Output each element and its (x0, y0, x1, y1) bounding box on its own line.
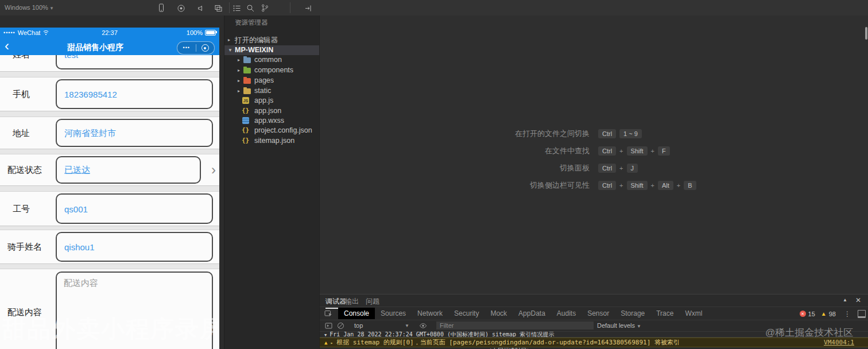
search-icon[interactable] (246, 3, 255, 13)
error-badge-icon[interactable]: ✕ (800, 311, 806, 317)
devtools-tab-storage[interactable]: Storage (615, 308, 650, 319)
key-badge: Alt (658, 181, 673, 190)
device-scale-menu[interactable]: Windows 100%▾ (5, 4, 53, 11)
multi-window-icon[interactable] (214, 3, 223, 13)
file-app-json[interactable]: {} app.json (224, 106, 319, 116)
dock-side-icon[interactable] (858, 310, 866, 318)
shortcut-row: 在文件中查找 Ctrl + Shift + F (320, 145, 868, 156)
tab-problems[interactable]: 问题 (366, 297, 379, 307)
key-badge: Ctrl (598, 146, 616, 156)
connect-device-icon[interactable] (304, 3, 313, 13)
folder-components[interactable]: ▸ components (224, 65, 319, 75)
log-levels-dropdown[interactable]: Default levels▼ (597, 322, 641, 329)
project-root-item[interactable]: ▼ MP-WEIXIN (224, 45, 319, 55)
file-app-wxss[interactable]: app.wxss (224, 116, 319, 126)
console-group-text: Fri Jan 28 2022 22:37:24 GMT+0800 (中国标准时… (330, 331, 554, 338)
devtools-tab-appdata[interactable]: AppData (513, 308, 551, 319)
battery-icon (205, 30, 216, 36)
devtools-tab-sources[interactable]: Sources (375, 308, 412, 319)
key-badge: Shift (627, 146, 648, 156)
address-input[interactable]: 河南省登封市 (56, 119, 213, 147)
warning-count[interactable]: 98 (829, 311, 836, 317)
eye-icon[interactable] (419, 322, 427, 329)
file-explorer: 资源管理器 ▸ 打开的编辑器 ▼ MP-WEIXIN ▸ common ▸ co… (224, 15, 320, 349)
worker-id-input[interactable]: qs001 (56, 193, 213, 224)
filter-input[interactable] (436, 321, 594, 329)
close-panel-icon[interactable]: ✕ (855, 296, 861, 304)
top-toolbar: Windows 100%▾ (0, 0, 868, 15)
record-icon[interactable] (176, 3, 185, 13)
form-row-address: 地址 河南省登封市 (0, 117, 219, 149)
inspect-element-icon[interactable] (324, 309, 332, 317)
devtools-tab-console[interactable]: Console (338, 308, 375, 319)
caret-down-icon[interactable]: ▼ (405, 323, 409, 328)
expand-caret-icon[interactable]: ▼ (324, 333, 327, 338)
name-input[interactable]: test (56, 55, 213, 69)
folder-icon (243, 88, 251, 94)
folder-common[interactable]: ▸ common (224, 55, 319, 65)
page-title: 甜品销售小程序 (34, 39, 156, 55)
expand-caret-icon[interactable]: ▸ (330, 340, 333, 346)
devtools-tab-audits[interactable]: Audits (551, 308, 582, 319)
key-badge: J (627, 164, 638, 173)
content-textarea[interactable]: 配送内容 (56, 272, 213, 349)
shortcut-label: 在打开的文件之间切换 (394, 129, 590, 139)
devtools-tab-sensor[interactable]: Sensor (582, 308, 615, 319)
devtools-tab-network[interactable]: Network (412, 308, 448, 319)
back-button[interactable]: ‹ (5, 38, 9, 54)
exit-target-button[interactable] (196, 44, 215, 52)
chevron-right-icon[interactable]: › (211, 162, 216, 178)
form-row-rider-name: 骑手姓名 qishou1 (0, 230, 219, 264)
warning-badge-icon[interactable]: ▲ (821, 311, 827, 317)
status-picker[interactable]: 已送达 (56, 156, 201, 184)
tab-debugger[interactable]: 调试器 (326, 297, 346, 307)
editor-scrollbar-thumb[interactable] (865, 27, 867, 40)
context-selector[interactable]: top (354, 322, 363, 329)
error-count[interactable]: 15 (808, 311, 815, 317)
devtools-tab-security[interactable]: Security (448, 308, 485, 319)
item-label: static (254, 87, 271, 95)
more-button[interactable]: ••• (177, 42, 196, 54)
file-project-config[interactable]: {} project.config.json (224, 126, 319, 135)
phone-mode-icon[interactable] (157, 3, 166, 13)
mute-speaker-icon[interactable] (196, 3, 205, 13)
tri-right-icon: ▸ (228, 37, 230, 42)
key-badge: 1 ~ 9 (619, 129, 642, 138)
battery-percent-label: 100% (187, 29, 203, 36)
field-label: 手机 (13, 89, 30, 100)
js-file-icon: JS (242, 97, 249, 104)
wechat-devtools-window: Windows 100%▾ (0, 0, 868, 349)
folder-icon (243, 68, 251, 73)
git-branch-icon[interactable] (260, 3, 269, 13)
debugger-tab-bar: 调试器 输出 问题 ▲ ✕ (320, 294, 868, 307)
folder-static[interactable]: ▸ static (224, 86, 319, 96)
file-app-js[interactable]: JS app.js (224, 96, 319, 106)
capsule-menu: ••• (177, 41, 215, 55)
devtools-tab-wxml[interactable]: Wxml (679, 308, 708, 319)
open-editors-item[interactable]: ▸ 打开的编辑器 (224, 35, 319, 45)
form-row-name: 姓名 test (0, 55, 219, 72)
plus-separator: + (619, 148, 623, 154)
editor-list-icon[interactable] (232, 3, 241, 13)
tab-output[interactable]: 输出 (345, 297, 359, 307)
collapse-panel-icon[interactable]: ▲ (843, 297, 847, 303)
clear-console-icon[interactable] (337, 322, 344, 329)
rider-name-input[interactable]: qishou1 (56, 232, 213, 262)
kebab-menu-icon[interactable]: ⋮ (844, 310, 851, 318)
devtools-tab-trace[interactable]: Trace (650, 308, 679, 319)
form-row-phone: 手机 18236985412 (0, 77, 219, 111)
console-sidebar-icon[interactable] (325, 322, 332, 329)
phone-status-bar: ••••• WeChat 22:37 100% (0, 28, 219, 39)
plus-separator: + (619, 165, 623, 172)
explorer-title: 资源管理器 (235, 18, 268, 27)
input-value: test (64, 55, 78, 60)
shortcut-row: 切换侧边栏可见性 Ctrl + Shift + Alt + B (320, 180, 868, 191)
folder-pages[interactable]: ▸ pages (224, 76, 319, 86)
field-label: 姓名 (13, 55, 30, 60)
shortcut-row: 在打开的文件之间切换 Ctrl 1 ~ 9 (320, 128, 868, 139)
source-link[interactable]: VM4004:1 (824, 338, 854, 347)
file-sitemap-json[interactable]: {} sitemap.json (224, 136, 319, 146)
plus-separator: + (651, 148, 654, 154)
phone-input[interactable]: 18236985412 (56, 79, 213, 109)
devtools-tab-mock[interactable]: Mock (485, 308, 513, 319)
